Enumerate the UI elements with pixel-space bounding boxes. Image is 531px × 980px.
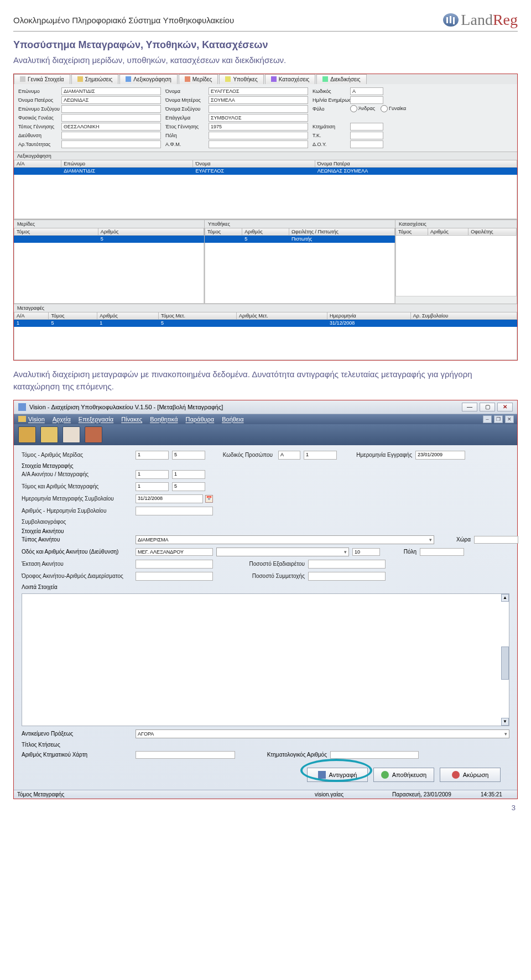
- copy-button[interactable]: Αντιγραφή: [307, 768, 368, 782]
- tm1-field[interactable]: 1: [136, 482, 169, 491]
- lbl-address: Διεύθυνση: [18, 133, 57, 138]
- tab-merides[interactable]: Μερίδες: [179, 74, 218, 84]
- field-afm[interactable]: [209, 140, 308, 148]
- field-bioparent[interactable]: [61, 114, 161, 122]
- tomos-field[interactable]: 1: [136, 451, 169, 460]
- metag-row[interactable]: 151531/12/2008: [14, 319, 517, 326]
- tab-lexicography[interactable]: Λεξικογράφηση: [119, 74, 178, 84]
- radio-female[interactable]: Γυναίκα: [381, 105, 406, 112]
- arith-field[interactable]: 5: [172, 451, 205, 460]
- field-surname[interactable]: ΔΙΑΜΑΝΤΙΔΙΣ: [61, 87, 161, 95]
- kodpros-n-field[interactable]: 1: [304, 451, 337, 460]
- menu-vision[interactable]: Vision: [18, 416, 45, 423]
- mdi-restore-icon[interactable]: ❐: [494, 415, 503, 423]
- aa2-field[interactable]: 1: [172, 470, 205, 479]
- antik-select[interactable]: ΑΓΟΡΑ: [136, 729, 509, 738]
- lbl-st-metag: Στοιχεία Μεταγραφής: [22, 463, 509, 469]
- field-name[interactable]: ΕΥΑΓΓΕΛΟΣ: [209, 87, 308, 95]
- cancel-icon: [452, 771, 460, 779]
- katasx-table: ΤόμοςΑριθμόςΟφειλέτης: [395, 228, 517, 296]
- tm2-field[interactable]: 5: [172, 482, 205, 491]
- field-updated[interactable]: [350, 96, 383, 104]
- field-profession[interactable]: ΣΥΜΒΟΥΛΟΣ: [209, 114, 308, 122]
- lbl-updated: Ημ/νία Ενημέρωσης: [313, 97, 346, 103]
- field-spouse-name[interactable]: [209, 105, 308, 113]
- radio-male[interactable]: Άνδρας: [350, 105, 375, 112]
- check-icon: [381, 771, 389, 779]
- hmmet-field[interactable]: 31/12/2008: [136, 494, 203, 503]
- tab-diekdikiseis[interactable]: Διεκδικήσεις: [316, 74, 366, 84]
- field-ktimatisi[interactable]: [350, 123, 383, 131]
- orofos-field[interactable]: [136, 572, 213, 581]
- ypoth-row[interactable]: 5Πιστωτής: [205, 235, 395, 242]
- odos-field[interactable]: ΜΕΓ. ΑΛΕΞΑΝΔΡΟΥ: [136, 548, 213, 556]
- merides-row[interactable]: 5: [14, 235, 204, 242]
- odos-select[interactable]: [216, 548, 349, 556]
- pososto-ex-field[interactable]: [308, 560, 386, 569]
- copy-icon: [318, 771, 326, 779]
- menu-tables[interactable]: Πίνακες: [121, 416, 142, 423]
- lbl-profession: Επάγγελμα: [165, 115, 204, 121]
- lbl-code: Κωδικός: [313, 88, 346, 94]
- tab-notes[interactable]: Σημειώσεις: [71, 74, 119, 84]
- tab-katasxeseis[interactable]: Κατασχέσεις: [265, 74, 315, 84]
- field-spouse-surname[interactable]: [61, 105, 161, 113]
- cancel-button[interactable]: Ακύρωση: [440, 768, 501, 782]
- xwra-field[interactable]: [474, 536, 518, 544]
- tab-ypothikes[interactable]: Υποθήκες: [219, 74, 263, 84]
- metag-table: Α/ΑΤόμοςΑριθμόςΤόμος Μετ.Αριθμός Μετ.Ημε…: [14, 312, 517, 360]
- menu-windows[interactable]: Παράθυρα: [186, 416, 215, 423]
- poli-field[interactable]: [420, 548, 464, 556]
- toolbar-folder-icon[interactable]: [40, 426, 58, 443]
- kodpros-field[interactable]: Α: [278, 451, 300, 460]
- ar-symb-field[interactable]: [136, 507, 213, 515]
- toolbar-exit-icon[interactable]: [85, 426, 102, 443]
- save-button[interactable]: Αποθήκευση: [373, 768, 434, 782]
- mdi-close-icon[interactable]: ✕: [505, 415, 514, 423]
- field-birthyear[interactable]: 1975: [209, 123, 308, 131]
- lbl-spouse-surname: Επώνυμο Συζύγου: [18, 106, 57, 112]
- toolbar: [14, 424, 517, 445]
- status-label: Τόμος Μεταγραφής: [17, 791, 95, 797]
- ypoth-table: ΤόμοςΑριθμόςΩφειλέτης / Πιστωτής 5Πιστωτ…: [205, 228, 395, 304]
- field-id[interactable]: [61, 140, 161, 148]
- ar-ktima-field[interactable]: [136, 751, 235, 759]
- toolbar-users-icon[interactable]: [18, 426, 36, 443]
- katasx-header: Κατασχέσεις: [395, 220, 517, 228]
- book-icon: [126, 76, 131, 82]
- lex-row-selected[interactable]: ΔΙΑΜΑΝΤΙΔΙΣΕΥΑΓΓΕΛΟΣΛΕΩΝΙΔΑΣ ΣΟΥΜΕΛΑ: [14, 167, 517, 174]
- metag-header: Μεταγραφές: [14, 304, 517, 312]
- pososto-sym-field[interactable]: [308, 572, 386, 581]
- toolbar-calendar-icon[interactable]: [63, 426, 80, 443]
- row-antik: Αντικείμενο Πράξεως ΑΓΟΡΑ: [22, 729, 509, 738]
- lbl-afm: Α.Φ.Μ.: [165, 142, 204, 147]
- aa1-field[interactable]: 1: [136, 470, 169, 479]
- typ-akin-select[interactable]: ΔΙΑΜΕΡΙΣΜΑ: [136, 535, 434, 544]
- field-father[interactable]: ΛΕΩΝΙΔΑΣ: [61, 96, 161, 104]
- field-address[interactable]: [61, 132, 161, 139]
- ektasi-field[interactable]: [136, 560, 213, 569]
- mdi-minimize-icon[interactable]: –: [483, 415, 492, 423]
- field-doy[interactable]: [350, 140, 383, 148]
- menu-aux[interactable]: Βοηθητικά: [150, 416, 178, 423]
- menu-edit[interactable]: Επεξεργασία: [79, 416, 113, 423]
- field-code[interactable]: Α: [350, 87, 383, 95]
- hmeggr-field[interactable]: 23/01/2009: [415, 451, 465, 460]
- maximize-button[interactable]: ▢: [480, 403, 495, 411]
- odos-n-field[interactable]: 10: [352, 548, 380, 556]
- field-birthplace[interactable]: ΘΕΣΣΑΛΟΝΙΚΗ: [61, 123, 161, 131]
- scrollbar-thumb[interactable]: [501, 647, 509, 680]
- close-button[interactable]: ✕: [497, 403, 513, 411]
- menu-arxeia[interactable]: Αρχεία: [53, 416, 71, 423]
- scroll-down-icon[interactable]: ▼: [501, 718, 509, 726]
- menu-help[interactable]: Βοήθεια: [222, 416, 243, 423]
- tab-general[interactable]: Γενικά Στοιχεία: [14, 74, 70, 84]
- scroll-up-icon[interactable]: ▲: [501, 594, 509, 602]
- loipa-textarea[interactable]: ▲ ▼: [22, 593, 509, 726]
- minimize-button[interactable]: —: [462, 403, 477, 411]
- ktima-ar-field[interactable]: [330, 751, 419, 759]
- date-picker-icon[interactable]: 📅: [205, 495, 213, 503]
- field-mother[interactable]: ΣΟΥΜΕΛΑ: [209, 96, 308, 104]
- field-city[interactable]: [209, 132, 308, 139]
- field-zip[interactable]: [350, 132, 383, 139]
